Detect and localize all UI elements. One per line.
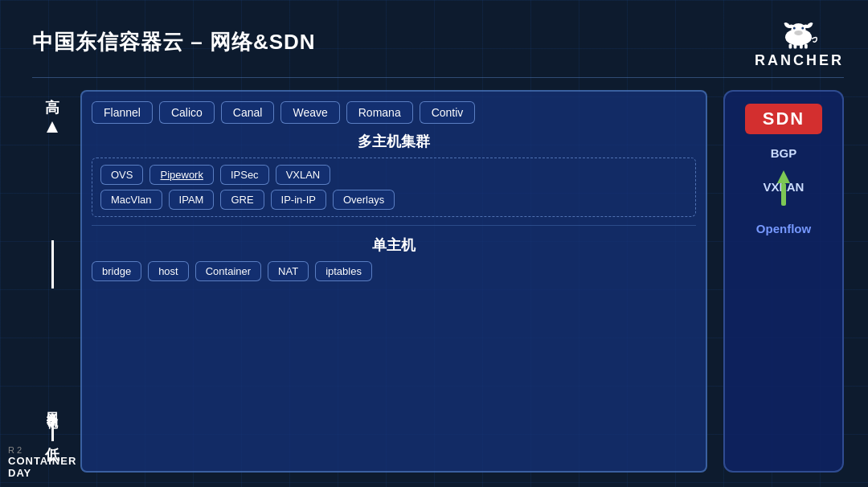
- arrow-shaft-bottom: [51, 417, 54, 441]
- bottom-corner-labels: R 2 CONTAINER DAY: [8, 445, 76, 479]
- bottom-line3: DAY: [8, 467, 76, 479]
- tech-gre: GRE: [220, 190, 264, 210]
- svg-point-22: [803, 24, 808, 28]
- rancher-bull-icon: [776, 14, 824, 51]
- tech-ovs: OVS: [100, 165, 143, 185]
- tech-pipework: Pipework: [149, 165, 213, 185]
- green-arrow-head: [777, 170, 790, 183]
- cni-calico: Calico: [159, 101, 215, 124]
- tech-ipam: IPAM: [169, 190, 215, 210]
- high-label: 高: [45, 98, 59, 117]
- tech-vxlan: VXLAN: [276, 165, 331, 185]
- bottom-line2: CONTAINER: [8, 455, 76, 467]
- tech-iptables: iptables: [315, 261, 372, 281]
- multi-host-section: 多主机集群 OVS Pipework IPSec VXLAN MacVlan I…: [92, 130, 696, 217]
- sdn-openflow: Openflow: [733, 218, 834, 242]
- sdn-items-container: BGP VXLAN Openflow: [733, 142, 834, 242]
- main-body: 高 网络自动化 低 Flannel Calico Canal: [0, 78, 868, 485]
- cni-contiv: Contiv: [420, 101, 476, 124]
- svg-point-21: [788, 24, 793, 28]
- svg-rect-25: [800, 43, 803, 48]
- page-content: 中国东信容器云 – 网络&SDN: [0, 0, 868, 487]
- page-title: 中国东信容器云 – 网络&SDN: [32, 28, 316, 56]
- multi-host-row1: OVS Pipework IPSec VXLAN: [100, 165, 687, 185]
- cni-romana: Romana: [346, 101, 413, 124]
- cni-row: Flannel Calico Canal Weave Romana Contiv: [92, 101, 696, 124]
- arrow-tip-icon: [47, 121, 58, 133]
- cni-weave: Weave: [280, 101, 339, 124]
- tech-container: Container: [195, 261, 261, 281]
- tech-nat: NAT: [268, 261, 309, 281]
- multi-host-label: 多主机集群: [92, 130, 696, 153]
- cni-canal: Canal: [221, 101, 275, 124]
- sdn-badge: SDN: [745, 104, 822, 134]
- green-arrow: [778, 170, 789, 206]
- rancher-logo: RANCHER: [755, 14, 844, 69]
- single-host-section: 单主机 bridge host Container NAT iptables: [92, 234, 696, 281]
- rancher-brand-text: RANCHER: [755, 52, 844, 69]
- cni-flannel: Flannel: [92, 101, 153, 124]
- section-divider: [92, 225, 696, 226]
- sdn-content: BGP VXLAN Openflow: [733, 142, 834, 459]
- tech-bridge: bridge: [92, 261, 141, 281]
- tech-host: host: [148, 261, 189, 281]
- tech-ipsec: IPSec: [220, 165, 269, 185]
- svg-rect-23: [788, 43, 792, 48]
- sdn-panel: SDN BGP VXLAN Openflow: [723, 90, 844, 473]
- multi-host-row2: MacVlan IPAM GRE IP-in-IP Overlays: [100, 190, 687, 210]
- svg-rect-24: [793, 43, 796, 48]
- single-host-row: bridge host Container NAT iptables: [92, 261, 696, 281]
- svg-point-27: [794, 31, 803, 35]
- green-arrow-shaft: [781, 183, 786, 206]
- header: 中国东信容器云 – 网络&SDN: [0, 0, 868, 77]
- arrow-shaft: [51, 240, 54, 289]
- left-section: 高 网络自动化 低 Flannel Calico Canal: [32, 90, 707, 473]
- axis-vertical-text: 网络自动化: [45, 396, 59, 417]
- tech-macvlan: MacVlan: [100, 190, 162, 210]
- single-host-label: 单主机: [92, 234, 696, 256]
- svg-point-28: [792, 27, 795, 29]
- diagram-box: Flannel Calico Canal Weave Romana Contiv…: [80, 90, 707, 473]
- multi-host-inner: OVS Pipework IPSec VXLAN MacVlan IPAM GR…: [92, 158, 696, 217]
- axis-labels: 高 网络自动化 低: [32, 90, 72, 473]
- svg-point-29: [801, 27, 804, 29]
- tech-ip-in-ip: IP-in-IP: [271, 190, 326, 210]
- bottom-line1: R 2: [8, 445, 76, 455]
- tech-overlays: Overlays: [333, 190, 395, 210]
- svg-rect-26: [805, 43, 808, 48]
